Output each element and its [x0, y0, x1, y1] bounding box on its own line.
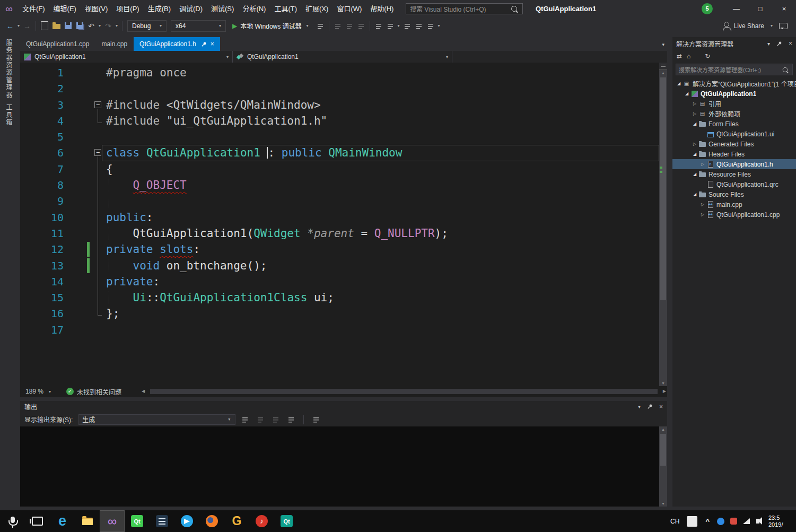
- menu-item-3[interactable]: 项目(P): [112, 0, 143, 18]
- code-line[interactable]: 9: [20, 193, 659, 209]
- tree-item[interactable]: ▷▤引用: [672, 99, 796, 109]
- menu-item-8[interactable]: 工具(T): [270, 0, 301, 18]
- bookmark-icon[interactable]: [385, 20, 396, 32]
- taskbar-app-icon[interactable]: [150, 510, 174, 532]
- zoom-dropdown[interactable]: 189 % ▾: [20, 388, 58, 395]
- tab-close-icon[interactable]: ×: [211, 40, 214, 48]
- browser-app-icon[interactable]: [199, 510, 224, 532]
- document-tab[interactable]: QtGuiApplication1.cpp: [20, 37, 95, 51]
- undo-icon[interactable]: ↶: [86, 20, 97, 32]
- indent-icon[interactable]: [425, 20, 436, 32]
- step-into-icon[interactable]: [356, 20, 366, 32]
- code-line[interactable]: 10public:: [20, 210, 659, 225]
- taskbar-app-icon[interactable]: G: [224, 510, 249, 532]
- word-wrap-icon[interactable]: [311, 414, 321, 425]
- menu-item-2[interactable]: 视图(V): [81, 0, 112, 18]
- tree-item[interactable]: ▷hQtGuiApplication1.h: [672, 159, 796, 169]
- window-position-dropdown-icon[interactable]: ▾: [638, 404, 641, 409]
- tray-expand-icon[interactable]: ^: [701, 517, 714, 525]
- tree-item[interactable]: ◢Form Files: [672, 119, 796, 129]
- goto-next-message-icon[interactable]: [270, 414, 281, 425]
- save-all-icon[interactable]: [74, 20, 85, 32]
- home-icon[interactable]: ⌂: [687, 53, 690, 60]
- navigate-back-dropdown-icon[interactable]: ▾: [16, 23, 21, 28]
- code-line[interactable]: 15 Ui::QtGuiApplication1Class ui;: [20, 290, 659, 306]
- cortana-mic-button[interactable]: [0, 510, 25, 532]
- feedback-icon[interactable]: [779, 23, 788, 29]
- telegram-app-icon[interactable]: [174, 510, 199, 532]
- document-tab[interactable]: main.cpp: [95, 37, 133, 51]
- tree-item[interactable]: ▷++main.cpp: [672, 199, 796, 210]
- code-line[interactable]: 6−class QtGuiApplication1 : public QMain…: [20, 145, 659, 161]
- tree-collapsed-icon[interactable]: ▷: [699, 202, 706, 207]
- platform-dropdown[interactable]: x64 ▾: [171, 20, 226, 32]
- scroll-up-icon[interactable]: ▲: [659, 428, 667, 431]
- navigate-forward-icon[interactable]: →: [22, 20, 32, 32]
- redo-dropdown-icon[interactable]: ▾: [114, 23, 119, 28]
- undo-dropdown-icon[interactable]: ▾: [97, 23, 102, 28]
- file-explorer-icon[interactable]: [75, 510, 100, 532]
- view-switch-icon[interactable]: ⇄: [677, 53, 682, 60]
- tree-item[interactable]: ▷Generated Files: [672, 139, 796, 149]
- tree-item[interactable]: QtGuiApplication1.ui: [672, 129, 796, 139]
- member-dropdown[interactable]: [452, 51, 667, 63]
- tree-item[interactable]: ◢Header Files: [672, 149, 796, 159]
- tree-expanded-icon[interactable]: ◢: [692, 192, 698, 197]
- code-line[interactable]: 8 Q_OBJECT: [20, 177, 659, 193]
- qt-designer-app-icon[interactable]: Qt: [125, 510, 150, 532]
- maximize-button[interactable]: □: [748, 0, 772, 18]
- close-panel-icon[interactable]: ×: [659, 403, 663, 411]
- ime-mode-icon[interactable]: [687, 516, 697, 527]
- qt-creator-app-icon[interactable]: Qt: [274, 510, 299, 532]
- tree-expanded-icon[interactable]: ◢: [676, 81, 682, 86]
- ime-language-indicator[interactable]: CH: [666, 518, 684, 525]
- tree-item[interactable]: ◢Resource Files: [672, 169, 796, 179]
- tree-expanded-icon[interactable]: ◢: [692, 121, 698, 126]
- clear-all-icon[interactable]: [286, 414, 296, 425]
- tree-item[interactable]: ▷▤外部依赖项: [672, 109, 796, 119]
- tree-item[interactable]: ◢▣解决方案“QtGuiApplication1”(1 个项目): [672, 79, 796, 89]
- code-editor[interactable]: 1#pragma once23−#include <QtWidgets/QMai…: [20, 63, 667, 386]
- code-line[interactable]: 16};: [20, 306, 659, 321]
- code-line[interactable]: 3−#include <QtWidgets/QMainWindow>: [20, 97, 659, 113]
- tree-item[interactable]: ◢QtGuiApplication1: [672, 89, 796, 99]
- collapse-region-icon[interactable]: −: [94, 149, 101, 156]
- live-share-button[interactable]: Live Share: [734, 22, 764, 30]
- document-list-dropdown-icon[interactable]: ▾: [662, 42, 664, 47]
- menu-item-9[interactable]: 扩展(X): [301, 0, 333, 18]
- document-health-indicator[interactable]: ✓ 未找到相关问题: [66, 387, 121, 396]
- pin-icon[interactable]: [647, 404, 653, 409]
- code-line[interactable]: 12private slots:: [20, 241, 659, 257]
- tab-server-explorer[interactable]: 服务器资源管理器: [4, 39, 13, 99]
- project-dropdown[interactable]: QtGuiApplication1 ▾: [20, 51, 233, 63]
- fold-gutter[interactable]: −: [88, 145, 102, 161]
- output-scrollbar[interactable]: ▲ ▼: [659, 426, 667, 507]
- close-button[interactable]: ×: [772, 0, 796, 18]
- new-file-icon[interactable]: [39, 20, 50, 32]
- toolbar-overflow-icon[interactable]: ▾: [436, 23, 442, 28]
- tree-item[interactable]: QtGuiApplication1.qrc: [672, 179, 796, 189]
- menu-item-11[interactable]: 帮助(H): [366, 0, 398, 18]
- code-line[interactable]: 17: [20, 322, 659, 338]
- tray-app-icon[interactable]: [727, 510, 740, 532]
- code-line[interactable]: 13 void on_btnchange();: [20, 258, 659, 274]
- visual-studio-app-icon[interactable]: ∞: [100, 510, 125, 532]
- find-in-files-icon[interactable]: [373, 20, 384, 32]
- code-line[interactable]: 11 QtGuiApplication1(QWidget *parent = Q…: [20, 225, 659, 241]
- save-icon[interactable]: [63, 20, 73, 32]
- scrollbar-thumb[interactable]: [660, 434, 666, 466]
- tree-expanded-icon[interactable]: ◢: [692, 152, 698, 156]
- uncomment-icon[interactable]: [414, 20, 424, 32]
- scroll-left-icon[interactable]: ◀: [142, 389, 145, 394]
- pin-icon[interactable]: [201, 41, 207, 47]
- open-file-icon[interactable]: [51, 20, 62, 32]
- menu-item-1[interactable]: 编辑(E): [49, 0, 81, 18]
- volume-icon[interactable]: [753, 510, 765, 532]
- break-all-icon[interactable]: [333, 20, 343, 32]
- comment-icon[interactable]: [402, 20, 413, 32]
- scroll-down-icon[interactable]: ▼: [659, 502, 667, 505]
- music-app-icon[interactable]: ♪: [249, 510, 274, 532]
- window-position-dropdown-icon[interactable]: ▾: [767, 41, 770, 47]
- fold-gutter[interactable]: −: [88, 97, 102, 113]
- editor-horizontal-scrollbar[interactable]: ◀ ▶: [141, 386, 667, 397]
